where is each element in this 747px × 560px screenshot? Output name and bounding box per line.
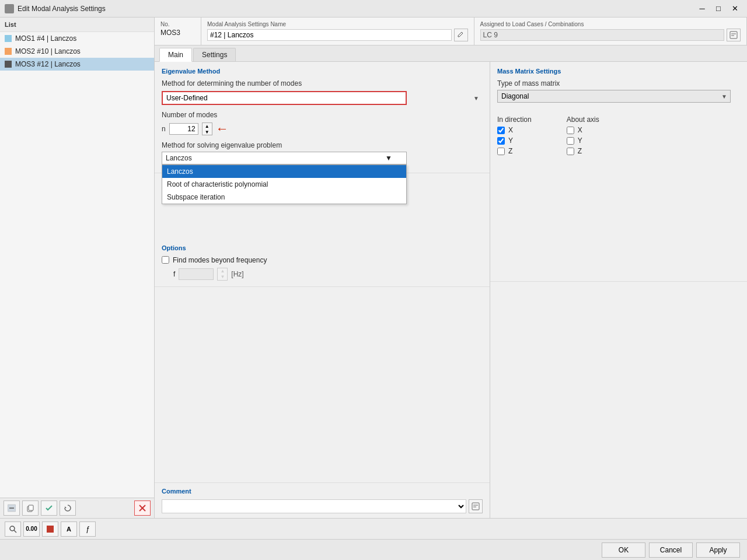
maximize-button[interactable]: □ [711, 2, 726, 15]
name-cell: Modal Analysis Settings Name [201, 18, 474, 45]
info-bar: No. MOS3 Modal Analysis Settings Name As… [155, 18, 747, 46]
sidebar-list: MOS1 #4 | Lanczos MOS2 #10 | Lanczos MOS… [0, 32, 154, 498]
toolbar-search-button[interactable] [5, 522, 21, 537]
method-dropdown[interactable]: User-Defined Automatic [162, 91, 407, 105]
ok-button[interactable]: OK [602, 542, 645, 558]
dir-y-checkbox[interactable] [497, 137, 505, 145]
f-unit: [Hz] [231, 270, 243, 278]
name-input[interactable] [207, 29, 452, 41]
axis-x-label: X [578, 126, 582, 134]
window-title: Edit Modal Analysis Settings [18, 5, 106, 13]
sidebar-item-mos2[interactable]: MOS2 #10 | Lanczos [0, 45, 154, 58]
find-modes-label: Find modes beyond frequency [173, 256, 267, 264]
delete-button[interactable] [134, 501, 151, 516]
freq-down-button[interactable]: ▼ [218, 274, 227, 280]
svg-rect-8 [730, 32, 737, 38]
comment-edit-button[interactable] [469, 499, 483, 513]
no-value: MOS3 [160, 29, 195, 37]
mass-type-dropdown[interactable]: Diagonal Consistent [497, 90, 731, 103]
add-item-button[interactable] [4, 501, 20, 516]
dir-z-row: Z [497, 147, 532, 155]
options-section: Options Find modes beyond frequency f ▲ … [155, 239, 490, 287]
check-button[interactable] [41, 501, 57, 516]
find-modes-row: Find modes beyond frequency [162, 256, 483, 264]
toolbar-font-label: A [67, 526, 71, 533]
sidebar-item-mos1[interactable]: MOS1 #4 | Lanczos [0, 32, 154, 45]
dir-x-checkbox[interactable] [497, 127, 505, 134]
solve-method-label: Method for solving eigenvalue problem [162, 141, 483, 149]
comment-section: Comment [155, 482, 490, 518]
axis-x-checkbox[interactable] [567, 127, 574, 134]
svg-rect-11 [472, 503, 479, 510]
solve-dropdown-list: Lanczos Root of characteristic polynomia… [162, 164, 407, 204]
mass-matrix-section: Mass Matrix Settings Type of mass matrix… [490, 62, 747, 163]
solve-dropdown-wrapper: Lanczos ▼ Lanczos Root of characteristic… [162, 152, 483, 164]
about-axis-group: About axis X Y [567, 116, 599, 158]
in-direction-header: In direction [497, 116, 532, 124]
mass-type-label: Type of mass matrix [497, 79, 740, 88]
eigenvalue-title: Eigenvalue Method [162, 68, 483, 75]
svg-marker-4 [65, 506, 67, 508]
right-panel: No. MOS3 Modal Analysis Settings Name As… [155, 18, 747, 518]
solve-dropdown-selected[interactable]: Lanczos ▼ [162, 152, 407, 164]
left-empty-bottom [155, 287, 490, 482]
assigned-value: LC 9 [480, 29, 725, 41]
edit-name-button[interactable] [454, 29, 468, 41]
method-label: Method for determining the number of mod… [162, 79, 302, 88]
about-axis-header: About axis [567, 116, 599, 124]
solve-option-lanczos[interactable]: Lanczos [162, 165, 406, 178]
dir-z-label: Z [508, 147, 512, 155]
mass-matrix-title: Mass Matrix Settings [497, 68, 740, 75]
n-down-button[interactable]: ▼ [203, 129, 212, 135]
toolbar-color-button[interactable] [42, 522, 58, 537]
app-icon [5, 4, 14, 13]
name-label: Modal Analysis Settings Name [207, 21, 468, 27]
right-col: Mass Matrix Settings Type of mass matrix… [490, 62, 747, 518]
f-label: f [173, 270, 175, 278]
dir-z-checkbox[interactable] [497, 148, 505, 155]
toolbar-color-icon [47, 526, 54, 533]
refresh-button[interactable] [60, 501, 76, 516]
minimize-button[interactable]: ─ [694, 2, 710, 15]
frequency-row: f ▲ ▼ [Hz] [173, 268, 483, 281]
solve-option-root[interactable]: Root of characteristic polynomial [162, 178, 406, 191]
right-empty-bottom [490, 282, 747, 518]
sidebar-item-mos3[interactable]: MOS3 #12 | Lanczos [0, 58, 154, 71]
axis-y-row: Y [567, 136, 599, 145]
bottom-toolbar: 0.00 A ƒ [0, 518, 747, 539]
num-modes-row: n ▲ ▼ ← [162, 121, 483, 136]
mos1-color-dot [5, 35, 12, 42]
copy-item-button[interactable] [22, 501, 39, 516]
eigenvalue-section: Eigenvalue Method Method for determining… [155, 62, 490, 173]
apply-button[interactable]: Apply [696, 542, 740, 558]
toolbar-function-button[interactable]: ƒ [79, 522, 96, 537]
axis-y-checkbox[interactable] [567, 137, 574, 145]
assigned-cell: Assigned to Load Cases / Combinations LC… [474, 18, 748, 45]
title-bar: Edit Modal Analysis Settings ─ □ ✕ [0, 0, 747, 18]
tab-main[interactable]: Main [159, 48, 192, 62]
cancel-button[interactable]: Cancel [649, 542, 693, 558]
red-arrow-icon: ← [216, 121, 229, 136]
toolbar-value-button[interactable]: 0.00 [23, 522, 40, 537]
n-up-button[interactable]: ▲ [203, 123, 212, 129]
axis-z-checkbox[interactable] [567, 148, 574, 155]
freq-up-button[interactable]: ▲ [218, 268, 227, 274]
dir-x-label: X [508, 126, 513, 134]
toolbar-font-button[interactable]: A [61, 522, 77, 537]
comment-dropdown[interactable] [162, 499, 466, 513]
edit-assigned-button[interactable] [727, 29, 741, 41]
n-value-input[interactable] [169, 123, 198, 135]
right-empty-top [490, 163, 747, 282]
find-modes-checkbox[interactable] [162, 256, 169, 264]
sidebar-footer [0, 498, 154, 518]
options-title: Options [162, 244, 483, 251]
axis-z-row: Z [567, 147, 599, 155]
tab-settings[interactable]: Settings [193, 48, 236, 61]
svg-point-14 [10, 526, 15, 531]
close-button[interactable]: ✕ [727, 2, 742, 15]
comment-row [162, 499, 483, 513]
frequency-input[interactable] [179, 268, 214, 280]
solve-option-subspace[interactable]: Subspace iteration [162, 191, 406, 204]
no-label: No. [160, 21, 195, 27]
toolbar-function-label: ƒ [86, 525, 90, 533]
